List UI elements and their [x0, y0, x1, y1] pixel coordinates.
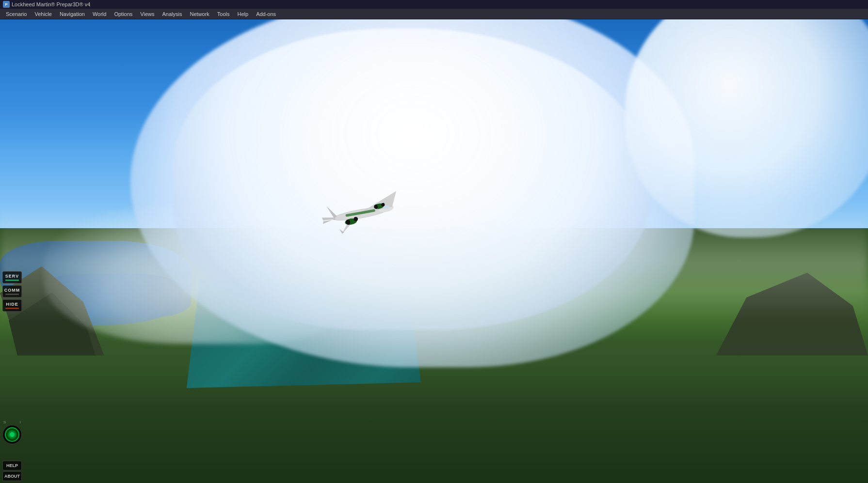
menu-views[interactable]: Views: [136, 9, 158, 19]
flight-viewport: [0, 19, 868, 483]
compass-i-label: I: [20, 420, 21, 424]
title-bar: P Lockheed Martin® Prepar3D® v4: [0, 0, 868, 9]
menu-navigation[interactable]: Navigation: [56, 9, 89, 19]
menu-analysis[interactable]: Analysis: [159, 9, 186, 19]
help-button[interactable]: HELP: [2, 461, 22, 470]
menu-vehicle[interactable]: Vehicle: [31, 9, 55, 19]
clouds-main-detail: [174, 29, 651, 330]
power-button[interactable]: [9, 431, 16, 438]
menu-addons[interactable]: Add-ons: [252, 9, 280, 19]
left-panel: SERV COMM HIDE: [0, 19, 24, 483]
hide-button[interactable]: HIDE: [2, 299, 22, 312]
bottom-left-panel: HELP ABOUT: [0, 461, 24, 483]
menu-tools[interactable]: Tools: [213, 9, 234, 19]
menu-scenario[interactable]: Scenario: [2, 9, 31, 19]
clouds-right: [625, 19, 868, 237]
serv-button[interactable]: SERV: [2, 271, 22, 283]
compass-s-label: S: [3, 420, 6, 424]
compass-indicator[interactable]: [2, 425, 22, 444]
menu-world[interactable]: World: [89, 9, 111, 19]
comm-button[interactable]: COMM: [2, 285, 22, 297]
about-button[interactable]: ABOUT: [2, 471, 22, 481]
app-icon: P: [3, 1, 10, 8]
menu-options[interactable]: Options: [110, 9, 136, 19]
title-bar-text: Lockheed Martin® Prepar3D® v4: [12, 1, 90, 7]
svg-marker-2: [326, 204, 337, 219]
menu-help[interactable]: Help: [234, 9, 253, 19]
menu-bar: Scenario Vehicle Navigation World Option…: [0, 9, 868, 19]
compass-inner: [5, 427, 19, 442]
compass-area: S I: [1, 420, 23, 444]
menu-network[interactable]: Network: [186, 9, 213, 19]
